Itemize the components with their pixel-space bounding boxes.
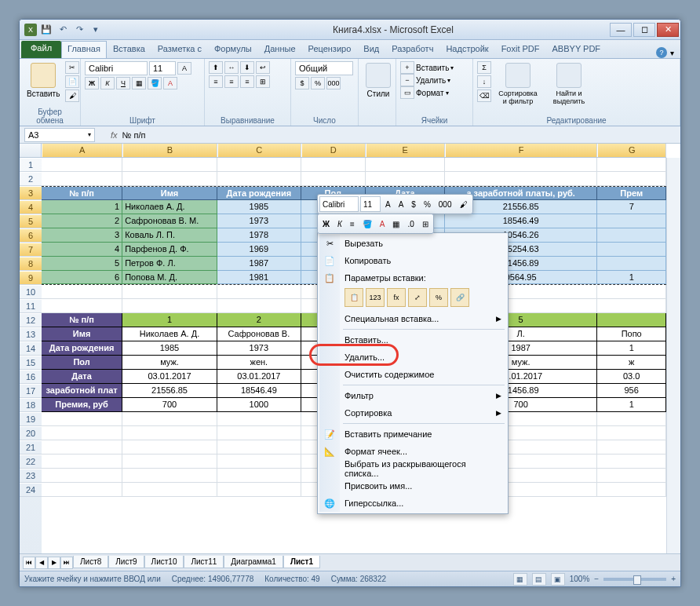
cell[interactable]: [42, 440, 122, 454]
ctx-copy[interactable]: 📄Копировать: [319, 252, 506, 269]
sort-filter-button[interactable]: Сортировка и фильтр: [494, 61, 542, 107]
cell[interactable]: 6: [42, 271, 122, 284]
cell[interactable]: [122, 412, 217, 426]
row-header-18[interactable]: 18: [20, 398, 42, 412]
cell[interactable]: 1969: [217, 243, 301, 257]
cell[interactable]: [597, 299, 666, 313]
sheet-tab[interactable]: Лист1: [283, 556, 320, 568]
currency-icon[interactable]: $: [295, 77, 309, 89]
ctx-define-name[interactable]: Присвоить имя...: [319, 477, 506, 495]
fill-color-button[interactable]: 🪣: [148, 77, 162, 89]
row-header-15[interactable]: 15: [20, 356, 42, 370]
qat-save-icon[interactable]: 💾: [39, 23, 53, 37]
ctx-comment[interactable]: 📝Вставить примечание: [319, 425, 506, 443]
cell[interactable]: Сафроновав В. М.: [122, 214, 217, 228]
cell[interactable]: [597, 285, 666, 299]
autosum-icon[interactable]: Σ: [477, 61, 491, 74]
row-header-11[interactable]: 11: [20, 299, 42, 313]
row-header-7[interactable]: 7: [20, 243, 42, 257]
sheet-tab[interactable]: Лист10: [144, 556, 184, 568]
cell[interactable]: Николаев А. Д.: [122, 200, 217, 214]
cell[interactable]: Дата: [42, 370, 122, 384]
cell[interactable]: [597, 412, 666, 426]
cell[interactable]: [366, 158, 445, 172]
row-header-14[interactable]: 14: [20, 341, 42, 356]
ctx-sort[interactable]: Сортировка▶: [319, 404, 506, 422]
align-center-icon[interactable]: ≡: [224, 75, 239, 88]
cell[interactable]: муж.: [122, 356, 217, 370]
cell[interactable]: [42, 426, 122, 440]
font-name-combo[interactable]: Calibri: [85, 61, 148, 75]
row-header-10[interactable]: 10: [20, 285, 42, 299]
mini-comma-icon[interactable]: 000: [436, 196, 455, 212]
paste-formulas-icon[interactable]: fx: [387, 288, 406, 307]
mini-font-combo[interactable]: Calibri: [319, 196, 359, 212]
row-header-21[interactable]: 21: [20, 440, 42, 454]
cell[interactable]: [597, 469, 666, 483]
mini-grow-icon[interactable]: A: [382, 196, 394, 212]
mini-decimal-icon[interactable]: .0: [404, 216, 417, 232]
row-header-12[interactable]: 12: [20, 313, 42, 327]
cell[interactable]: Сафроновав В.: [217, 327, 301, 341]
cell[interactable]: Имя: [122, 187, 217, 200]
cell[interactable]: [122, 469, 217, 483]
sheet-nav-next-icon[interactable]: ▶: [48, 557, 60, 569]
col-header-A[interactable]: A: [42, 144, 122, 157]
cell[interactable]: 1978: [217, 228, 301, 243]
ctx-insert[interactable]: Вставить...: [319, 331, 506, 349]
col-header-B[interactable]: B: [122, 144, 217, 157]
tab-layout[interactable]: Разметка с: [151, 41, 208, 58]
tab-view[interactable]: Вид: [357, 41, 385, 58]
cell[interactable]: [42, 285, 122, 299]
col-header-F[interactable]: F: [445, 144, 598, 157]
cell[interactable]: Коваль Л. П.: [122, 228, 217, 243]
cell[interactable]: Парфенов Д. Ф.: [122, 243, 217, 257]
paste-format-icon[interactable]: %: [429, 288, 448, 307]
border-button[interactable]: ▦: [132, 77, 146, 89]
cell[interactable]: № п/п: [42, 187, 122, 200]
cell[interactable]: [122, 158, 217, 172]
cell[interactable]: [42, 469, 122, 483]
cell[interactable]: 1987: [217, 257, 301, 271]
tab-foxit[interactable]: Foxit PDF: [495, 41, 546, 58]
cell[interactable]: [217, 483, 301, 497]
cell[interactable]: [597, 257, 666, 271]
cell[interactable]: 1: [597, 271, 666, 284]
cell[interactable]: [217, 158, 301, 172]
cell[interactable]: [597, 243, 666, 257]
cell[interactable]: [597, 214, 666, 228]
vertical-scrollbar[interactable]: [666, 158, 680, 553]
clear-icon[interactable]: ⌫: [477, 89, 491, 102]
mini-currency-icon[interactable]: $: [408, 196, 419, 212]
underline-button[interactable]: Ч: [116, 77, 130, 89]
paste-all-icon[interactable]: 📋: [345, 288, 363, 307]
cell[interactable]: [217, 469, 301, 483]
row-header-20[interactable]: 20: [20, 426, 42, 440]
cell[interactable]: 1973: [217, 341, 301, 356]
cell[interactable]: Николаев А. Д.: [122, 327, 217, 341]
ctx-format-cells[interactable]: 📐Формат ячеек...: [319, 443, 506, 460]
find-select-button[interactable]: Найти и выделить: [545, 61, 593, 107]
cell[interactable]: 2: [217, 313, 301, 327]
paste-link-icon[interactable]: 🔗: [450, 288, 469, 307]
select-all-corner[interactable]: [20, 144, 42, 158]
cell[interactable]: 1000: [217, 398, 301, 412]
cell[interactable]: Прем: [597, 187, 666, 200]
sheet-nav-last-icon[interactable]: ⏭: [60, 557, 73, 569]
help-icon[interactable]: ?: [656, 47, 667, 58]
tab-formulas[interactable]: Формулы: [208, 41, 258, 58]
cell[interactable]: [122, 483, 217, 497]
mini-italic-icon[interactable]: К: [334, 216, 345, 232]
font-color-button[interactable]: A: [163, 77, 177, 89]
mini-shrink-icon[interactable]: A: [396, 196, 407, 212]
cell[interactable]: 1981: [217, 271, 301, 284]
minimize-ribbon-icon[interactable]: ▾: [670, 49, 674, 57]
cell[interactable]: [445, 172, 597, 186]
cell[interactable]: 700: [122, 398, 217, 412]
cell[interactable]: [445, 158, 597, 172]
cell[interactable]: 1: [597, 398, 666, 412]
cell[interactable]: [217, 454, 301, 469]
align-mid-icon[interactable]: ↔: [224, 61, 239, 74]
cell[interactable]: [217, 412, 301, 426]
cell[interactable]: [597, 483, 666, 497]
